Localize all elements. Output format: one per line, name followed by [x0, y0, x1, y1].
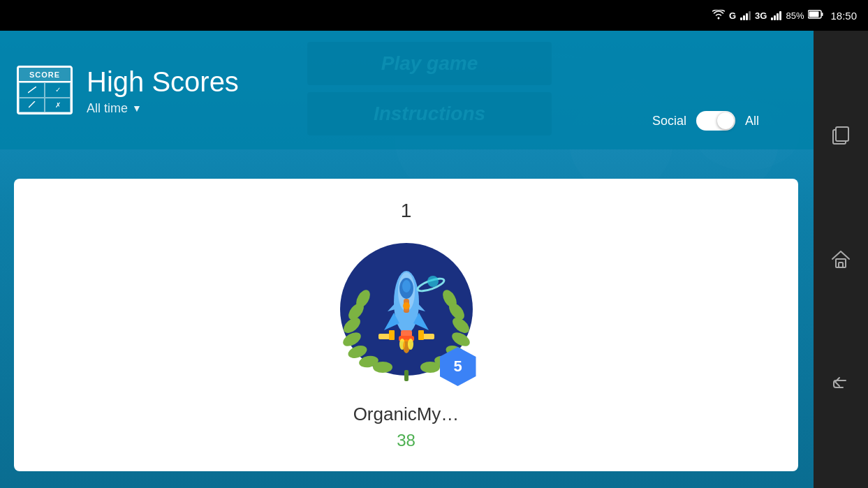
home-button[interactable]	[827, 246, 854, 272]
network-signal	[771, 10, 781, 20]
svg-rect-1	[809, 12, 819, 17]
score-icon: SCORE ✓ ✗	[17, 66, 73, 114]
avatar-container: 5	[330, 236, 483, 390]
copy-button[interactable]	[827, 121, 854, 148]
carrier-signal	[740, 10, 751, 20]
svg-rect-41	[404, 370, 409, 381]
score-cell-4: ✗	[45, 98, 71, 112]
carrier-label: G	[729, 10, 736, 21]
time-label: 18:50	[830, 10, 857, 22]
right-nav	[814, 31, 868, 488]
svg-point-40	[420, 362, 440, 373]
toggle-thumb	[717, 112, 734, 129]
svg-point-18	[408, 339, 413, 350]
svg-point-20	[403, 302, 410, 309]
network-label: 3G	[755, 10, 767, 21]
page-title: High Scores	[87, 65, 239, 98]
battery-percentage: 85%	[786, 10, 804, 21]
player-name: OrganicMy…	[353, 404, 459, 425]
score-cell-3	[19, 98, 45, 112]
leaderboard-card: 1	[14, 179, 798, 471]
score-cell-2: ✓	[45, 82, 71, 97]
battery-icon	[808, 10, 823, 21]
time-filter-label: All time	[87, 101, 128, 116]
level-number: 5	[453, 357, 462, 376]
wifi-icon	[712, 10, 725, 22]
time-filter[interactable]: All time ▼	[87, 101, 239, 116]
svg-rect-6	[836, 127, 848, 141]
svg-rect-25	[389, 330, 395, 340]
status-icons: G 3G 85% 18:50	[712, 10, 857, 22]
score-icon-title: SCORE	[19, 68, 71, 82]
social-all-toggle[interactable]	[696, 111, 735, 131]
header-bar: SCORE ✓ ✗ High Scores All time ▼ Social …	[0, 31, 814, 149]
svg-point-33	[373, 362, 392, 373]
svg-rect-8	[839, 263, 843, 267]
svg-rect-26	[418, 330, 424, 340]
svg-line-3	[28, 87, 36, 93]
dropdown-arrow-icon: ▼	[132, 103, 142, 114]
score-cell-1	[19, 82, 45, 97]
svg-point-13	[402, 280, 411, 293]
svg-line-4	[29, 101, 35, 108]
header-text: High Scores All time ▼	[87, 65, 239, 116]
status-bar: G 3G 85% 18:50	[0, 0, 868, 31]
toggle-area: Social All	[652, 61, 759, 180]
back-button[interactable]	[827, 371, 854, 397]
all-label: All	[745, 114, 759, 128]
svg-point-22	[427, 276, 439, 287]
svg-rect-2	[822, 13, 823, 16]
rank-number: 1	[401, 200, 412, 222]
social-label: Social	[652, 114, 686, 128]
player-score: 38	[397, 431, 415, 450]
